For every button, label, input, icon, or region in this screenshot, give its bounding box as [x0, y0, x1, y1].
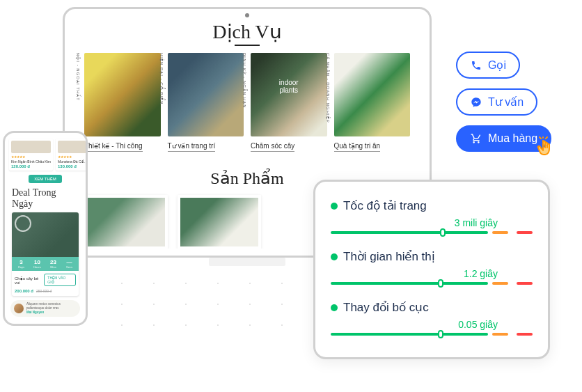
service-vertical-label: NỘI - NGOẠI THẤT [76, 53, 81, 101]
metric-marker [438, 330, 443, 338]
service-card[interactable]: CÁ NHÂN - DOANH NGHIỆP Quà tặng tri ân [334, 53, 411, 152]
service-image [334, 53, 411, 136]
avatar [14, 304, 24, 313]
metric-marker [440, 228, 446, 237]
add-to-cart-button[interactable]: THÊM VÀO GIỎ [44, 274, 76, 286]
product-mini-card[interactable]: ★★★★★ Monstera Đá Cổ... 130.000 đ [56, 139, 88, 171]
metric-value: 0.05 giây [331, 319, 533, 330]
countdown: 3Days 10Hours 23Mins —Secs [12, 257, 79, 271]
chat-bubble[interactable]: Aliquam metus senectus pellentesque dolo… [10, 300, 80, 317]
metric-title: Thay đổi bố cục [343, 300, 429, 315]
service-name: Tư vấn trang trí [168, 142, 216, 152]
status-dot-icon [331, 253, 338, 260]
stars-icon: ★★★★★ [58, 155, 86, 159]
service-vertical-label: CÁ NHÂN - DOANH NGHIỆP [326, 53, 331, 123]
metric-bar [331, 230, 533, 235]
deal-product-name: Chậu cây bé voi [15, 276, 44, 285]
product-mini-image [58, 141, 86, 153]
product-name: Monstera Đá Cổ... [58, 159, 86, 164]
phone-cards-row: ★★★★★ Kim Ngân Bình Châu Kim 120.000 đ ★… [8, 137, 83, 172]
product-image [180, 198, 258, 246]
countdown-hours: 10Hours [30, 259, 45, 269]
product-mini-image [11, 141, 51, 153]
title-underline [235, 45, 260, 46]
deal-image [12, 212, 79, 257]
countdown-days: 3Days [14, 259, 29, 269]
service-card[interactable]: ĐỊNH KỲ - NGẮN HẠN Chăm sóc cây [251, 53, 327, 152]
product-image [87, 198, 165, 246]
metric-title: Tốc độ tải trang [343, 198, 427, 213]
product-card[interactable] [178, 195, 261, 249]
pointer-cursor-icon [536, 136, 557, 165]
see-more-button[interactable]: XEM THÊM [29, 175, 62, 183]
messenger-icon [470, 96, 482, 109]
stars-icon: ★★★★★ [11, 155, 51, 159]
services-row: NỘI - NGOẠI THẤT Thiết kế - Thi công HIỆ… [72, 53, 423, 152]
service-name: Quà tặng tri ân [334, 142, 381, 152]
product-price: 130.000 đ [58, 164, 86, 168]
service-vertical-label: HIỆN ĐẠI - CỔ ĐIỂN [159, 53, 164, 105]
service-image [251, 53, 327, 136]
service-image [168, 53, 244, 136]
section-title-services: Dịch Vụ [72, 20, 423, 43]
metric-title: Thời gian hiển thị [343, 249, 435, 264]
metric-bar [331, 331, 533, 337]
metric-bar [331, 281, 533, 286]
service-name: Thiết kế - Thi công [84, 142, 143, 152]
status-dot-icon [331, 203, 338, 210]
phone-icon [470, 59, 482, 72]
service-vertical-label: ĐỊNH KỲ - NGẮN HẠN [242, 53, 247, 109]
product-card[interactable] [84, 195, 168, 249]
metric-value: 3 mili giây [331, 217, 533, 228]
metric-marker [438, 279, 443, 288]
deal-section-title: Deal Trong Ngày [8, 186, 83, 211]
chat-text: Aliquam metus senectus pellentesque dolo… [26, 302, 77, 315]
metric-row: Thay đổi bố cục 0.05 giây [331, 300, 533, 337]
product-mini-card[interactable]: ★★★★★ Kim Ngân Bình Châu Kim 120.000 đ [9, 139, 53, 171]
call-button[interactable]: Gọi [456, 52, 520, 79]
metric-row: Tốc độ tải trang 3 mili giây [331, 198, 533, 235]
status-dot-icon [331, 304, 338, 311]
service-name: Chăm sóc cây [251, 142, 294, 152]
background-dots [106, 273, 315, 329]
service-image [84, 53, 161, 136]
deal-card[interactable]: 3Days 10Hours 23Mins —Secs Chậu cây bé v… [12, 212, 79, 296]
price-old: 250.000 đ [36, 289, 52, 293]
monitor-stand [209, 258, 285, 266]
phone-preview: ★★★★★ Kim Ngân Bình Châu Kim 120.000 đ ★… [3, 131, 88, 326]
service-card[interactable]: NỘI - NGOẠI THẤT Thiết kế - Thi công [84, 53, 161, 152]
product-price: 120.000 đ [11, 164, 51, 168]
cta-label: Mua hàng [488, 132, 537, 145]
cta-label: Gọi [488, 58, 506, 72]
product-name: Kim Ngân Bình Châu Kim [11, 159, 51, 164]
service-card[interactable]: HIỆN ĐẠI - CỔ ĐIỂN Tư vấn trang trí [168, 53, 244, 152]
countdown-mins: 23Mins [46, 259, 61, 269]
metric-row: Thời gian hiển thị 1.2 giây [331, 249, 533, 286]
cart-icon [470, 132, 482, 145]
countdown-secs: —Secs [62, 259, 77, 269]
consult-button[interactable]: Tư vấn [456, 88, 537, 116]
tablet-metrics-panel: Tốc độ tải trang 3 mili giây Thời gian h… [313, 180, 550, 359]
price-current: 200.000 đ [15, 289, 33, 293]
cta-label: Tư vấn [488, 95, 524, 109]
metric-value: 1.2 giây [331, 268, 533, 279]
